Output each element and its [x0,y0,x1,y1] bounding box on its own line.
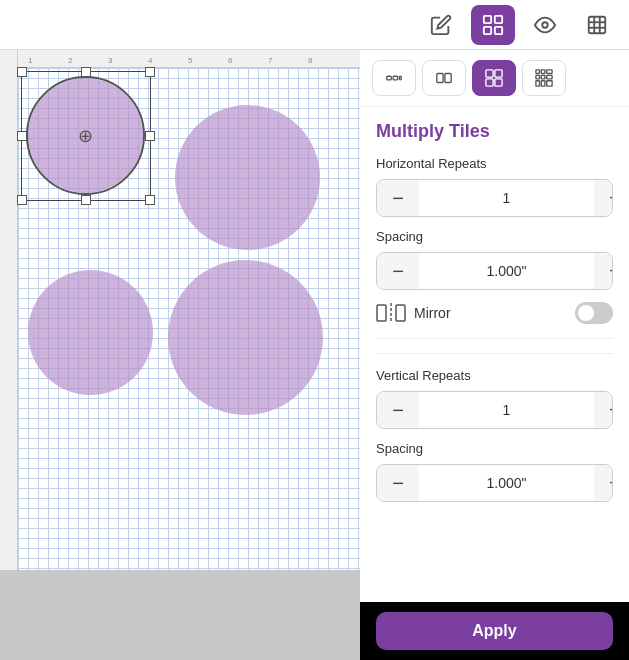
grid-alt-btn[interactable] [522,60,566,96]
svg-rect-0 [484,15,491,22]
horizontal-repeats-label: Horizontal Repeats [376,156,613,171]
horizontal-spacing-value[interactable] [419,263,594,279]
vertical-spacing-increment[interactable]: + [594,465,613,501]
svg-rect-10 [387,76,392,80]
section-divider [376,353,613,354]
export-icon-btn[interactable] [575,5,619,45]
svg-rect-22 [536,75,540,79]
grid-pair-btn[interactable] [422,60,466,96]
apply-bar: Apply [360,602,629,660]
handle-br[interactable] [145,195,155,205]
canvas-area: 1 2 3 4 5 6 7 8 ⊕ [0,50,360,660]
vertical-spacing-label: Spacing [376,441,613,456]
horizontal-repeats-decrement[interactable]: − [377,180,419,216]
horizontal-repeats-increment[interactable]: + [594,180,613,216]
vertical-spacing-value[interactable] [419,475,594,491]
svg-rect-5 [589,16,606,33]
horizontal-spacing-stepper: − + [376,252,613,290]
mirror-toggle[interactable] [575,302,613,324]
svg-rect-28 [377,305,386,321]
svg-rect-1 [495,15,502,22]
horizontal-repeats-value[interactable] [419,190,594,206]
ruler-top: 1 2 3 4 5 6 7 8 [0,50,360,68]
mirror-row: Mirror [376,302,613,339]
main-layout: 1 2 3 4 5 6 7 8 ⊕ [0,50,629,660]
handle-bl[interactable] [17,195,27,205]
svg-rect-21 [547,70,552,74]
handle-ml[interactable] [17,131,27,141]
selection-box [21,71,151,201]
circle-3[interactable] [28,270,153,395]
mirror-label: Mirror [414,305,567,321]
mirror-icon [376,302,406,324]
top-toolbar [0,0,629,50]
svg-rect-24 [547,75,552,79]
vertical-repeats-value[interactable] [419,402,594,418]
svg-rect-3 [495,26,502,33]
svg-rect-16 [495,70,502,77]
circle-2[interactable] [175,105,320,250]
vertical-spacing-decrement[interactable]: − [377,465,419,501]
panel-content: Multiply Tiles Horizontal Repeats − + Sp… [360,107,629,602]
svg-rect-27 [547,81,552,86]
ruler-left [0,50,18,570]
mirror-toggle-knob [578,305,594,321]
horizontal-spacing-label: Spacing [376,229,613,244]
handle-bm[interactable] [81,195,91,205]
eye-icon-btn[interactable] [523,5,567,45]
handle-mr[interactable] [145,131,155,141]
svg-rect-17 [486,79,493,86]
svg-rect-12 [399,76,401,80]
horizontal-spacing-decrement[interactable]: − [377,253,419,289]
handle-tl[interactable] [17,67,27,77]
vertical-repeats-decrement[interactable]: − [377,392,419,428]
multiply-icon-btn[interactable] [471,5,515,45]
svg-rect-23 [541,75,545,79]
handle-tr[interactable] [145,67,155,77]
svg-rect-15 [486,70,493,77]
edit-icon-btn[interactable] [419,5,463,45]
apply-button[interactable]: Apply [376,612,613,650]
svg-rect-26 [541,81,545,86]
panel-title: Multiply Tiles [376,121,613,142]
grid-small-btn[interactable] [372,60,416,96]
svg-rect-20 [541,70,545,74]
svg-rect-11 [393,76,398,80]
circle-4[interactable] [168,260,323,415]
horizontal-spacing-increment[interactable]: + [594,253,613,289]
svg-rect-19 [536,70,540,74]
svg-rect-30 [396,305,405,321]
horizontal-repeats-stepper: − + [376,179,613,217]
svg-point-4 [542,22,548,28]
svg-rect-2 [484,26,491,33]
vertical-repeats-stepper: − + [376,391,613,429]
vertical-repeats-increment[interactable]: + [594,392,613,428]
svg-rect-14 [445,74,451,83]
svg-rect-13 [437,74,443,83]
handle-tm[interactable] [81,67,91,77]
panel-subtoolbar [360,50,629,107]
right-panel: Multiply Tiles Horizontal Repeats − + Sp… [360,50,629,660]
svg-rect-25 [536,81,540,86]
vertical-spacing-stepper: − + [376,464,613,502]
svg-rect-18 [495,79,502,86]
grid-large-btn[interactable] [472,60,516,96]
vertical-repeats-label: Vertical Repeats [376,368,613,383]
